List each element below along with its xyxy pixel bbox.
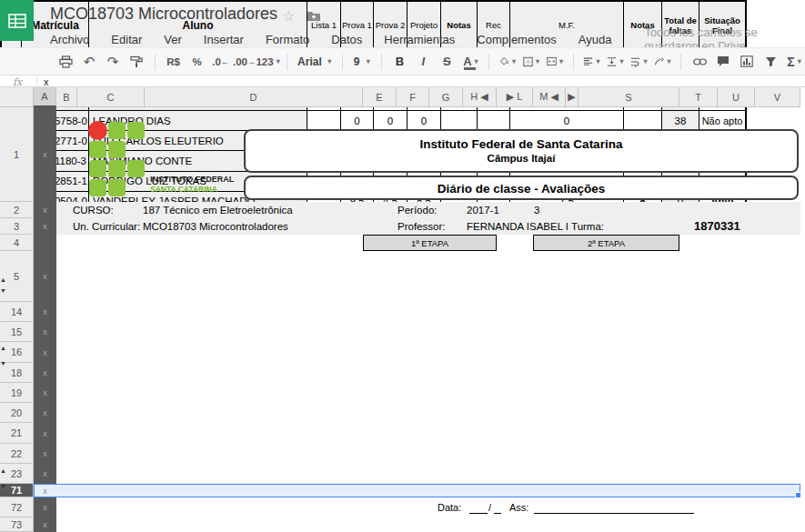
horizontal-align-button[interactable]: ▾: [580, 51, 602, 73]
column-a-cell[interactable]: x: [34, 202, 56, 218]
etapa2-header[interactable]: 2ª ETAPA: [533, 235, 679, 251]
sheets-logo-icon[interactable]: [0, 0, 34, 41]
uc-value[interactable]: MCO18703 Microcontroladores: [143, 218, 288, 235]
menu-formato[interactable]: Formato: [266, 33, 309, 46]
paint-format-button[interactable]: [126, 51, 147, 73]
menu-complementos[interactable]: Complementos: [477, 33, 556, 46]
column-header-u[interactable]: U: [718, 87, 755, 107]
row-header-20[interactable]: 20: [0, 403, 34, 423]
etapa1-header[interactable]: 1ª ETAPA: [363, 235, 497, 251]
row-header-21[interactable]: 21: [0, 423, 34, 444]
star-icon[interactable]: ☆: [282, 7, 295, 25]
column-a-cell[interactable]: x: [34, 517, 56, 532]
row-group-collapse-icon[interactable]: ▲: [0, 345, 8, 352]
row-header-2[interactable]: 2: [0, 202, 34, 218]
format-percent-button[interactable]: %: [186, 51, 208, 73]
row-group-expand-icon[interactable]: ▼: [0, 483, 8, 490]
cell-a71[interactable]: x: [34, 484, 56, 497]
menu-archivo[interactable]: Archivo: [50, 33, 89, 46]
vertical-align-button[interactable]: ▾: [604, 51, 626, 73]
borders-button[interactable]: ▾: [520, 51, 542, 73]
column-header-c[interactable]: C: [77, 87, 145, 107]
sheet-title-box[interactable]: Diário de classe - Avaliações: [244, 176, 799, 200]
undo-button[interactable]: ↶: [78, 51, 100, 73]
professor-value[interactable]: FERNANDA ISABEL I Turma:: [467, 218, 604, 235]
fill-color-button[interactable]: ▾: [497, 51, 518, 73]
column-a-cell[interactable]: x: [34, 444, 56, 464]
format-currency-button[interactable]: R$: [163, 51, 185, 73]
professor-label[interactable]: Professor:: [397, 218, 445, 235]
column-header-[interactable]: ▶: [566, 87, 579, 107]
footer-data-label[interactable]: Data:: [438, 501, 461, 514]
menu-editar[interactable]: Editar: [111, 33, 142, 46]
text-wrap-button[interactable]: ▾: [628, 51, 649, 73]
column-a-cell[interactable]: x: [34, 383, 56, 403]
institution-header-box[interactable]: Instituto Federal de Santa Catarina Câmp…: [244, 129, 799, 173]
column-header-d[interactable]: D: [145, 87, 363, 107]
print-button[interactable]: [55, 51, 76, 73]
row-header-4[interactable]: 4: [0, 235, 34, 251]
column-header-f[interactable]: F: [397, 87, 429, 107]
uc-label[interactable]: Un. Curricular:: [73, 218, 140, 235]
menu-datos[interactable]: Datos: [331, 33, 362, 46]
periodo-value[interactable]: 2017-1: [467, 202, 499, 218]
column-a-cell[interactable]: x: [34, 423, 56, 444]
column-a-cell[interactable]: x: [34, 107, 56, 202]
column-a-cell[interactable]: x: [34, 464, 56, 484]
menu-ver[interactable]: Ver: [164, 33, 182, 46]
bold-button[interactable]: B: [388, 51, 410, 73]
column-header-h[interactable]: H ◀: [463, 87, 497, 107]
merge-cells-button[interactable]: ▾: [544, 51, 566, 73]
column-a-cell[interactable]: x: [34, 497, 56, 517]
column-header-l[interactable]: ▶ L: [497, 87, 533, 107]
selected-row-highlight[interactable]: [34, 484, 800, 497]
redo-button[interactable]: ↷: [102, 51, 124, 73]
column-header-t[interactable]: T: [679, 87, 718, 107]
text-color-button[interactable]: A▾: [459, 51, 481, 73]
curso-label[interactable]: CURSO:: [73, 202, 114, 218]
increase-decimal-button[interactable]: .00→: [234, 51, 256, 73]
column-a-cell[interactable]: x: [34, 218, 56, 235]
column-header-b[interactable]: B: [56, 87, 77, 107]
strikethrough-button[interactable]: S: [436, 51, 458, 73]
italic-button[interactable]: I: [412, 51, 434, 73]
number-format-button[interactable]: 123▾: [257, 51, 279, 73]
row-group-expand-icon[interactable]: ▼: [0, 360, 8, 367]
filter-button[interactable]: [760, 51, 781, 73]
row-group-expand-icon[interactable]: ▼: [0, 287, 8, 295]
column-header-e[interactable]: E: [363, 87, 397, 107]
row-header-73[interactable]: 73: [0, 517, 34, 532]
column-a-cell[interactable]: x: [34, 403, 56, 423]
periodo-stage[interactable]: 3: [534, 202, 539, 218]
formula-bar[interactable]: [0, 75, 805, 87]
periodo-label[interactable]: Período:: [397, 202, 437, 218]
move-to-folder-icon[interactable]: [307, 10, 321, 22]
decrease-decimal-button[interactable]: .0←: [210, 51, 232, 73]
column-header-s[interactable]: S: [579, 87, 679, 107]
row-group-collapse-icon[interactable]: ▲: [0, 467, 8, 475]
select-all-corner[interactable]: [0, 87, 34, 107]
menu-insertar[interactable]: Insertar: [204, 33, 244, 46]
column-header-a[interactable]: A: [34, 87, 56, 107]
document-title[interactable]: MCO18703 Microcontroladores: [50, 5, 277, 24]
column-a-cell[interactable]: x: [34, 342, 56, 363]
footer-ass-label[interactable]: Ass:: [509, 501, 528, 514]
row-header-15[interactable]: 15: [0, 322, 34, 342]
row-header-3[interactable]: 3: [0, 218, 34, 235]
row-header-1[interactable]: 1: [0, 107, 34, 202]
insert-link-button[interactable]: [689, 51, 710, 73]
curso-value[interactable]: 187 Técnico em Eletroeletrônica: [143, 202, 293, 218]
turma-value[interactable]: 1870331: [694, 217, 740, 234]
menu-ayuda[interactable]: Ayuda: [579, 33, 612, 46]
text-rotation-button[interactable]: ▾: [651, 51, 673, 73]
column-a-cell[interactable]: x: [34, 322, 56, 342]
font-family-select[interactable]: Arial▾: [294, 52, 335, 72]
row-header-14[interactable]: 14: [0, 302, 34, 322]
column-header-g[interactable]: G: [429, 87, 463, 107]
insert-chart-button[interactable]: [736, 51, 758, 73]
menu-herramientas[interactable]: Herramientas: [384, 33, 455, 46]
row-header-72[interactable]: 72: [0, 497, 34, 517]
column-a-cell[interactable]: x: [34, 251, 56, 302]
selection-fill-handle[interactable]: [795, 492, 801, 498]
font-size-select[interactable]: 9▾: [350, 52, 374, 72]
